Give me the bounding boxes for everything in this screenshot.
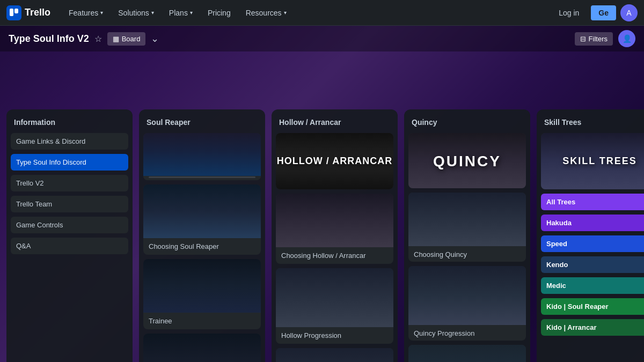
card-image <box>143 259 261 313</box>
card-label: Trainee <box>143 313 261 329</box>
svg-rect-1 <box>14 9 18 13</box>
card-trainee[interactable]: Trainee <box>143 259 261 329</box>
column-information: Information Game Links & Discord Type So… <box>6 109 133 362</box>
column-title-hollow: Hollow / Arrancar <box>276 116 393 129</box>
column-title-quincy: Quincy <box>408 116 526 129</box>
card-hollow-title[interactable]: HOLLOW / ARRANCAR <box>276 133 393 189</box>
skill-all-trees[interactable]: All Trees <box>541 194 644 210</box>
card-image <box>276 348 393 362</box>
board-columns: Information Game Links & Discord Type So… <box>0 103 644 362</box>
card-choosing-hollow[interactable]: Choosing Hollow / Arrancar <box>276 194 393 264</box>
list-item[interactable]: Game Links & Discord <box>11 133 128 150</box>
user-avatar[interactable]: 👤 <box>618 30 635 47</box>
nav-plans[interactable]: Plans ▾ <box>164 5 198 20</box>
column-soul-reaper: Soul Reaper Choosing Soul Reaper <box>139 109 265 362</box>
board-header: Type Soul Info V2 ☆ ▦ Board ⌄ ⊟ Filters … <box>0 26 644 51</box>
card-image <box>143 184 261 238</box>
top-navigation: Trello Features ▾ Solutions ▾ Plans ▾ Pr… <box>0 0 644 26</box>
card-label: Hollow Progression <box>276 327 393 344</box>
card-label: Quincy Progression <box>408 325 526 341</box>
board-header-right: ⊟ Filters 👤 <box>575 30 635 47</box>
filter-icon: ⊟ <box>580 35 586 43</box>
column-title-soul-reaper: Soul Reaper <box>143 116 261 129</box>
chevron-down-icon: ▾ <box>190 10 193 16</box>
nav-resources[interactable]: Resources ▾ <box>240 5 292 20</box>
board-view-button[interactable]: ▦ Board <box>107 32 146 46</box>
card-image: SKILL TREES <box>541 133 644 189</box>
card-quincy-progression[interactable]: Quincy Progression <box>408 266 526 341</box>
nav-pricing[interactable]: Pricing <box>202 5 236 20</box>
list-item[interactable]: Type Soul Info Discord <box>11 154 128 171</box>
filters-button[interactable]: ⊟ Filters <box>575 32 613 46</box>
card-image <box>408 193 526 246</box>
list-item[interactable]: Trello V2 <box>11 175 128 191</box>
card-hollow-extra[interactable] <box>276 348 393 362</box>
card-label: Choosing Soul Reaper <box>143 238 261 255</box>
list-item[interactable]: Game Controls <box>11 217 128 233</box>
trello-wordmark: Trello <box>25 7 50 18</box>
get-started-button[interactable]: Ge <box>591 5 616 20</box>
card-skill-trees-title[interactable]: SKILL TREES <box>541 133 644 189</box>
card-image: HOLLOW / ARRANCAR <box>276 133 393 189</box>
column-quincy: Quincy QUINCY Choosing Quincy <box>404 109 530 362</box>
card-soul-reaper-bottom[interactable] <box>143 334 261 362</box>
column-skill-trees: Skill Trees SKILL TREES All Trees Hakuda… <box>537 109 644 362</box>
card-image <box>276 268 393 327</box>
card-image <box>143 334 261 362</box>
column-hollow-arrancar: Hollow / Arrancar HOLLOW / ARRANCAR Choo… <box>272 109 398 362</box>
card-label: Choosing Hollow / Arrancar <box>276 247 393 264</box>
svg-rect-0 <box>10 9 13 16</box>
chevron-down-icon: ▾ <box>151 10 154 16</box>
login-button[interactable]: Log in <box>551 5 587 20</box>
star-icon[interactable]: ☆ <box>94 34 102 44</box>
card-label: Choosing Quincy <box>408 246 526 262</box>
card-choosing-quincy[interactable]: Choosing Quincy <box>408 193 526 262</box>
skill-kido-arrancar[interactable]: Kido | Arrancar <box>541 319 644 336</box>
trello-logo-icon <box>6 5 21 20</box>
board-area: Information Game Links & Discord Type So… <box>0 103 644 362</box>
skill-hakuda[interactable]: Hakuda <box>541 215 644 231</box>
board-icon: ▦ <box>113 35 119 43</box>
card-choosing-soul-reaper[interactable]: Choosing Soul Reaper <box>143 184 261 255</box>
card-image <box>276 194 393 247</box>
skill-speed[interactable]: Speed <box>541 235 644 252</box>
card-image <box>408 345 526 362</box>
board-title: Type Soul Info V2 <box>9 33 89 45</box>
nav-features[interactable]: Features ▾ <box>63 5 108 20</box>
avatar[interactable]: A <box>620 4 638 21</box>
skill-medic[interactable]: Medic <box>541 277 644 294</box>
chevron-down-icon: ▾ <box>100 10 103 16</box>
list-item[interactable]: Q&A <box>11 238 128 254</box>
card-image: QUINCY <box>408 133 526 188</box>
card-image <box>143 133 261 176</box>
card-soul-reaper-top[interactable] <box>143 133 261 180</box>
card-schrift[interactable]: Schrift <box>408 345 526 362</box>
chevron-down-icon: ▾ <box>284 10 287 16</box>
card-quincy-title[interactable]: QUINCY <box>408 133 526 188</box>
card-image <box>408 266 526 325</box>
trello-logo[interactable]: Trello <box>6 5 50 20</box>
list-item[interactable]: Trello Team <box>11 196 128 212</box>
expand-icon[interactable]: ⌄ <box>151 33 159 45</box>
skill-kendo[interactable]: Kendo <box>541 256 644 273</box>
column-title-skill-trees: Skill Trees <box>541 116 644 129</box>
nav-solutions[interactable]: Solutions ▾ <box>113 5 159 20</box>
skill-kido-soul-reaper[interactable]: Kido | Soul Reaper <box>541 298 644 315</box>
card-hollow-progression[interactable]: Hollow Progression <box>276 268 393 344</box>
column-title-information: Information <box>11 116 128 129</box>
